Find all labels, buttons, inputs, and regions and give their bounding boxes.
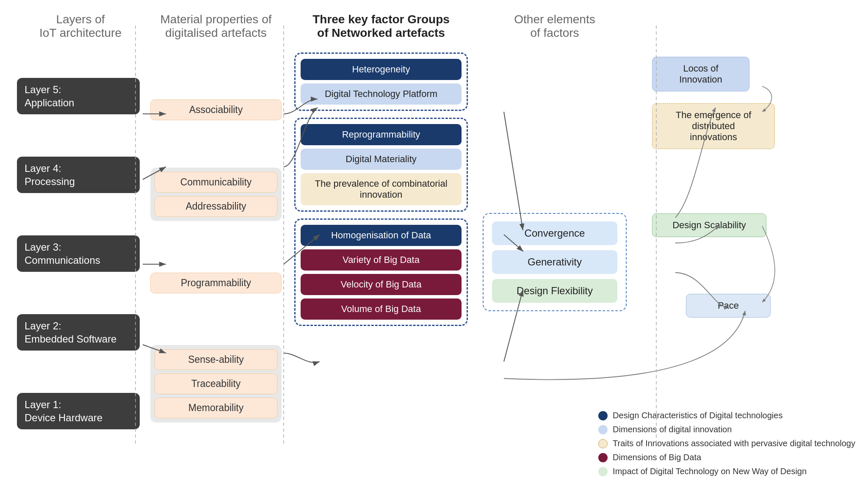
main-area: Layer 5:Application Layer 4:Processing L… xyxy=(17,48,851,450)
other-elements-column: Locos ofInnovation The emergence ofdistr… xyxy=(635,48,851,450)
legend-label-5: Impact of Digital Technology on New Way … xyxy=(613,467,807,476)
convergence-column: Convergence Generativity Design Flexibil… xyxy=(474,48,635,450)
programmability-box: Programmability xyxy=(150,273,282,293)
memorability-box: Memorability xyxy=(155,398,277,418)
generativity-box: Generativity xyxy=(492,250,617,274)
sense-ability-box: Sense-ability xyxy=(155,349,277,370)
layer-3: Layer 3:Communications xyxy=(17,235,140,272)
legend-item-1: Design Characteristics of Digital techno… xyxy=(598,411,855,420)
legend-label-1: Design Characteristics of Digital techno… xyxy=(613,411,782,420)
associability-box: Associability xyxy=(150,99,282,120)
factor-group-1: Heterogeneity Digital Technology Platfor… xyxy=(294,52,468,111)
layers-column: Layer 5:Application Layer 4:Processing L… xyxy=(17,48,144,450)
factor-group-3: Homogenisation of Data Variety of Big Da… xyxy=(294,218,468,326)
legend-item-3: Traits of Innovations associated with pe… xyxy=(598,439,855,448)
legend: Design Characteristics of Digital techno… xyxy=(598,411,855,476)
legend-dot-2 xyxy=(598,425,608,434)
header-col2: Material properties ofdigitalised artefa… xyxy=(144,13,288,40)
layer-5: Layer 5:Application xyxy=(17,78,140,114)
factor-group-2: Reprogrammability Digital Materiality Th… xyxy=(294,118,468,212)
legend-label-4: Dimensions of Big Data xyxy=(613,453,701,462)
volume-big-data-box: Volume of Big Data xyxy=(301,298,462,320)
material-group-1: Associability xyxy=(150,99,282,120)
legend-item-4: Dimensions of Big Data xyxy=(598,453,855,462)
factors-column: Heterogeneity Digital Technology Platfor… xyxy=(288,48,474,450)
legend-dot-4 xyxy=(598,453,608,462)
homogenisation-box: Homogenisation of Data xyxy=(301,225,462,246)
digital-tech-platform-box: Digital Technology Platform xyxy=(301,83,462,105)
locos-innovation-box: Locos ofInnovation xyxy=(652,57,749,91)
header-col5 xyxy=(635,13,851,40)
convergence-box: Convergence xyxy=(492,221,617,245)
emergence-distributed-box: The emergence ofdistributedinnovations xyxy=(652,103,775,149)
legend-label-2: Dimensions of digital innovation xyxy=(613,425,732,434)
header-col1: Layers ofIoT architecture xyxy=(17,13,144,40)
variety-big-data-box: Variety of Big Data xyxy=(301,249,462,271)
velocity-big-data-box: Velocity of Big Data xyxy=(301,274,462,295)
diagram-container: Layers ofIoT architecture Material prope… xyxy=(0,0,868,489)
layer-1: Layer 1:Device Hardware xyxy=(17,393,140,429)
material-column: Associability Communicability Addressabi… xyxy=(144,48,288,450)
prevalence-combinatorial-box: The prevalence of combinatorial innovati… xyxy=(301,173,462,205)
material-group-4: Sense-ability Traceability Memorability xyxy=(150,345,282,423)
legend-label-3: Traits of Innovations associated with pe… xyxy=(613,439,855,448)
legend-dot-5 xyxy=(598,467,608,476)
traceability-box: Traceability xyxy=(155,373,277,394)
material-group-2: Communicability Addressability xyxy=(150,168,282,221)
pace-box: Pace xyxy=(686,294,771,318)
material-group-3: Programmability xyxy=(150,273,282,293)
column-headers: Layers ofIoT architecture Material prope… xyxy=(17,13,851,40)
design-flexibility-box: Design Flexibility xyxy=(492,279,617,303)
addressability-box: Addressability xyxy=(155,196,277,217)
digital-materiality-box: Digital Materiality xyxy=(301,149,462,170)
heterogeneity-box: Heterogeneity xyxy=(301,59,462,80)
legend-dot-3 xyxy=(598,439,608,448)
convergence-group: Convergence Generativity Design Flexibil… xyxy=(483,213,627,311)
header-col4: Other elementsof factors xyxy=(474,13,635,40)
legend-dot-1 xyxy=(598,411,608,420)
reprogrammability-box: Reprogrammability xyxy=(301,124,462,145)
design-scalability-box: Design Scalability xyxy=(652,213,766,237)
legend-item-5: Impact of Digital Technology on New Way … xyxy=(598,467,855,476)
layer-4: Layer 4:Processing xyxy=(17,157,140,193)
layer-2: Layer 2:Embedded Software xyxy=(17,314,140,351)
legend-item-2: Dimensions of digital innovation xyxy=(598,425,855,434)
header-col3: Three key factor Groupsof Networked arte… xyxy=(288,13,474,40)
communicability-box: Communicability xyxy=(155,172,277,193)
